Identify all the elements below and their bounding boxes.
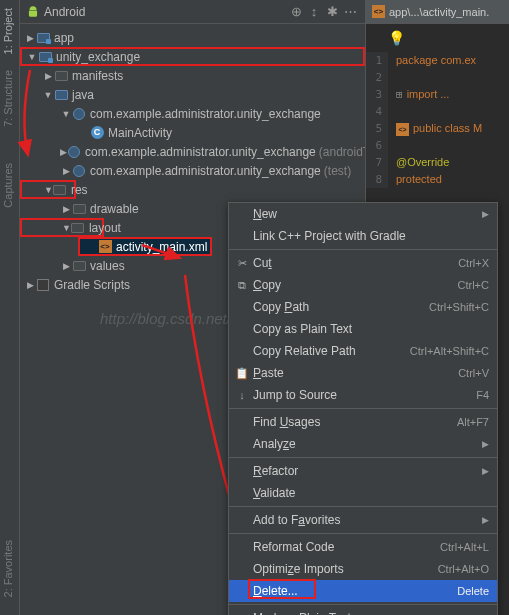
menu-validate[interactable]: Validate	[229, 482, 497, 504]
tab-project[interactable]: 1: Project	[0, 0, 19, 62]
menu-delete[interactable]: Delete...Delete	[229, 580, 497, 602]
tree-java[interactable]: ▼ java	[20, 85, 365, 104]
code-line: package com.ex	[396, 54, 476, 66]
tree-label: layout	[89, 221, 121, 235]
menu-optimize-imports[interactable]: Optimize ImportsCtrl+Alt+O	[229, 558, 497, 580]
scissors-icon: ✂	[235, 257, 249, 270]
folder-icon	[72, 202, 86, 216]
menu-separator	[229, 604, 497, 605]
chevron-right-icon: ▶	[24, 33, 36, 43]
tree-label: values	[90, 259, 125, 273]
chevron-down-icon: ▼	[42, 90, 54, 100]
module-icon	[38, 50, 52, 64]
menu-copy-plain-text[interactable]: Copy as Plain Text	[229, 318, 497, 340]
menu-copy[interactable]: ⧉CopyCtrl+C	[229, 274, 497, 296]
editor-tab[interactable]: <> app\...\activity_main.	[366, 0, 509, 24]
tree-label: MainActivity	[108, 126, 172, 140]
folder-icon	[53, 183, 67, 197]
tree-app[interactable]: ▶ app	[20, 28, 365, 47]
menu-copy-path[interactable]: Copy PathCtrl+Shift+C	[229, 296, 497, 318]
menu-add-favorites[interactable]: Add to Favorites▶	[229, 509, 497, 531]
menu-refactor[interactable]: Refactor▶	[229, 460, 497, 482]
tree-label: unity_exchange	[56, 50, 140, 64]
copy-icon: ⧉	[235, 279, 249, 292]
file-icon: ▤	[235, 612, 249, 616]
tree-layout[interactable]: ▼ layout	[20, 218, 104, 237]
tree-label: activity_main.xml	[116, 240, 207, 254]
code-line: public class M	[413, 122, 482, 134]
package-icon	[72, 164, 86, 178]
menu-separator	[229, 408, 497, 409]
folder-icon	[54, 88, 68, 102]
collapse-icon[interactable]: ⋯	[341, 4, 359, 19]
tree-label: manifests	[72, 69, 123, 83]
tab-favorites[interactable]: 2: Favorites	[0, 532, 19, 605]
scroll-target-icon[interactable]: ⊕	[287, 4, 305, 19]
tree-label: com.example.administrator.unity_exchange	[85, 145, 316, 159]
menu-reformat[interactable]: Reformat CodeCtrl+Alt+L	[229, 536, 497, 558]
chevron-down-icon: ▼	[26, 52, 38, 62]
menu-separator	[229, 457, 497, 458]
tree-label-suffix: (test)	[324, 164, 351, 178]
tree-res[interactable]: ▼ res	[20, 180, 76, 199]
tree-package-test[interactable]: ▶ com.example.administrator.unity_exchan…	[20, 161, 365, 180]
arrow-down-icon: ↓	[235, 389, 249, 401]
package-icon	[72, 107, 86, 121]
menu-separator	[229, 533, 497, 534]
tree-label: java	[72, 88, 94, 102]
paste-icon: 📋	[235, 367, 249, 380]
menu-separator	[229, 506, 497, 507]
tab-captures[interactable]: Captures	[0, 155, 19, 216]
menu-separator	[229, 249, 497, 250]
tree-label: Gradle Scripts	[54, 278, 130, 292]
lightbulb-icon[interactable]: 💡	[388, 30, 405, 46]
project-toolbar: Android ⊕ ↕ ✱ ⋯	[20, 0, 365, 24]
sort-icon[interactable]: ↕	[305, 4, 323, 19]
gradle-icon	[36, 278, 50, 292]
menu-find-usages[interactable]: Find UsagesAlt+F7	[229, 411, 497, 433]
chevron-right-icon: ▶	[60, 204, 72, 214]
xml-icon: <>	[98, 240, 112, 254]
project-view-title[interactable]: Android	[44, 5, 287, 19]
tree-activity-main-xml[interactable]: <> activity_main.xml	[78, 237, 212, 256]
chevron-right-icon: ▶	[60, 261, 72, 271]
tree-package-android-test[interactable]: ▶ com.example.administrator.unity_exchan…	[20, 142, 365, 161]
code-line: @Override	[396, 156, 449, 168]
tree-label: com.example.administrator.unity_exchange	[90, 164, 321, 178]
chevron-down-icon: ▼	[44, 185, 53, 195]
code-line: protected	[396, 173, 442, 185]
folder-icon	[71, 221, 85, 235]
tab-structure[interactable]: 7: Structure	[0, 62, 19, 135]
tree-package[interactable]: ▼ com.example.administrator.unity_exchan…	[20, 104, 365, 123]
class-icon: C	[90, 126, 104, 140]
menu-mark-plain-text[interactable]: ▤Mark as Plain Text	[229, 607, 497, 615]
gear-icon[interactable]: ✱	[323, 4, 341, 19]
menu-analyze[interactable]: Analyze▶	[229, 433, 497, 455]
chevron-down-icon: ▼	[62, 223, 71, 233]
chevron-right-icon: ▶	[24, 280, 36, 290]
tree-unity-exchange[interactable]: ▼ unity_exchange	[20, 47, 365, 66]
module-icon	[36, 31, 50, 45]
folder-icon	[54, 69, 68, 83]
folder-icon	[72, 259, 86, 273]
context-menu: New▶ Link C++ Project with Gradle ✂CutCt…	[228, 202, 498, 615]
code-line: import ...	[407, 88, 450, 100]
menu-cut[interactable]: ✂CutCtrl+X	[229, 252, 497, 274]
android-icon	[26, 5, 40, 19]
menu-paste[interactable]: 📋PasteCtrl+V	[229, 362, 497, 384]
menu-copy-relative-path[interactable]: Copy Relative PathCtrl+Alt+Shift+C	[229, 340, 497, 362]
chevron-right-icon: ▶	[60, 147, 67, 157]
package-icon	[67, 145, 81, 159]
tree-label: res	[71, 183, 88, 197]
tree-label: app	[54, 31, 74, 45]
tree-manifests[interactable]: ▶ manifests	[20, 66, 365, 85]
tree-main-activity[interactable]: ▶ C MainActivity	[20, 123, 365, 142]
chevron-right-icon: ▶	[42, 71, 54, 81]
chevron-down-icon: ▼	[60, 109, 72, 119]
menu-jump-to-source[interactable]: ↓Jump to SourceF4	[229, 384, 497, 406]
menu-new[interactable]: New▶	[229, 203, 497, 225]
menu-link-cpp[interactable]: Link C++ Project with Gradle	[229, 225, 497, 247]
tool-window-tabs: 1: Project 7: Structure Captures 2: Favo…	[0, 0, 20, 615]
tree-label: drawable	[90, 202, 139, 216]
tree-label: com.example.administrator.unity_exchange	[90, 107, 321, 121]
